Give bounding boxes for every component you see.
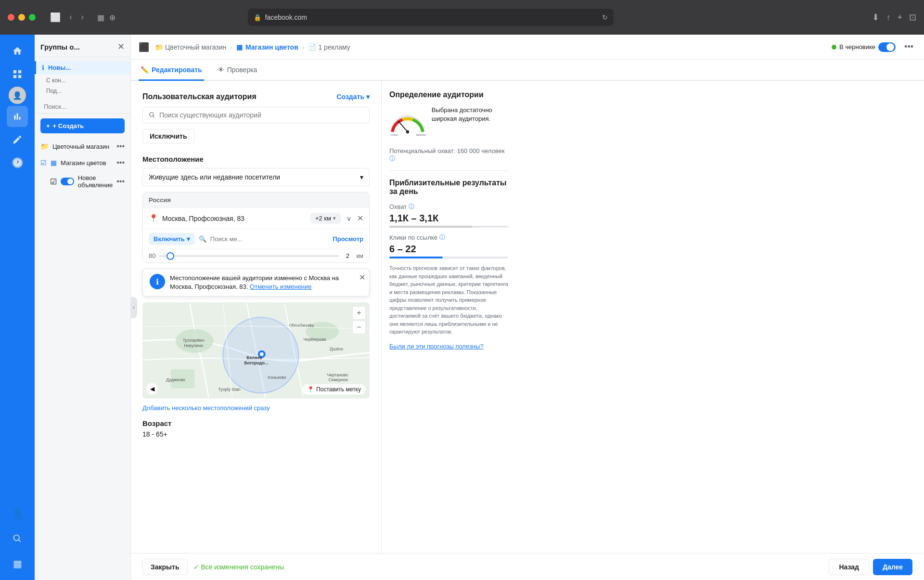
sidebar-toggle-icon[interactable]: ⬜	[47, 10, 64, 25]
edit-tab-label: Редактировать	[152, 66, 202, 74]
location-remove-icon[interactable]: ✕	[357, 214, 363, 223]
sidebar-title: Группы о...	[40, 43, 80, 51]
edit-tab-icon: ✏️	[141, 66, 149, 74]
slider-track	[159, 255, 339, 257]
ad-group-icon: ▦	[51, 159, 57, 167]
breadcrumb-folder-name: Цветочный магазин	[165, 43, 226, 51]
divider	[389, 170, 508, 171]
add-multiple-locations-link[interactable]: Добавить несколько местоположений сразу	[142, 404, 370, 412]
breadcrumb-ad: 📄 1 рекламу	[308, 43, 350, 51]
sidebar-edit-icon[interactable]	[7, 129, 28, 150]
breadcrumb-ad-icon: 📄	[308, 43, 316, 51]
exclude-button[interactable]: Исключить	[142, 129, 194, 143]
sidebar-clock-icon[interactable]: 🕐	[7, 152, 28, 173]
extensions-icon[interactable]: ⊡	[909, 12, 916, 23]
close-panel-button[interactable]: ✕	[117, 41, 125, 52]
map-nav-button[interactable]: ◀	[146, 383, 158, 395]
minimize-window-button[interactable]	[18, 14, 25, 21]
breadcrumb-campaign[interactable]: ▦ Магазин цветов	[236, 43, 298, 51]
breadcrumb: 📁 Цветочный магазин › ▦ Магазин цветов ›…	[155, 43, 350, 51]
ad-toggle[interactable]	[61, 178, 74, 185]
sidebar-home-icon[interactable]	[7, 40, 28, 62]
sidebar-grid-icon[interactable]	[7, 64, 28, 85]
svg-text:Дуджково: Дуджково	[166, 377, 185, 382]
feedback-link[interactable]: Были ли эти прогнозы полезны?	[389, 343, 484, 350]
location-row: 📍 Москва, Профсоюзная, 83 +2 км ▾ ∨ ✕	[143, 207, 369, 229]
reach-metric-label: Охват ⓘ	[389, 203, 508, 211]
include-button[interactable]: Включить ▾	[149, 233, 195, 245]
topbar-more-button[interactable]: •••	[901, 39, 916, 55]
share-icon[interactable]: ↑	[886, 13, 890, 23]
sidebar-search-icon[interactable]	[7, 528, 28, 549]
russia-section: Россия 📍 Москва, Профсоюзная, 83 +2 км ▾…	[142, 192, 370, 263]
location-expand-icon[interactable]: ∨	[346, 215, 351, 222]
slider-thumb[interactable]	[167, 252, 174, 260]
location-type-select[interactable]: Живущие здесь или недавние посетители ▾	[142, 168, 370, 186]
close-form-button[interactable]: Закрыть	[142, 559, 188, 575]
clicks-metric-info-icon[interactable]: ⓘ	[439, 233, 445, 242]
new-ad-more[interactable]: •••	[116, 177, 125, 186]
maximize-window-button[interactable]	[29, 14, 36, 21]
refresh-icon[interactable]: ↻	[602, 13, 608, 21]
more-icon[interactable]: •••	[116, 142, 125, 151]
radius-badge[interactable]: +2 км ▾	[310, 213, 341, 224]
search-input[interactable]	[44, 103, 125, 110]
browse-button[interactable]: Просмотр	[333, 235, 363, 243]
reach-metric-info-icon[interactable]: ⓘ	[409, 203, 414, 211]
download-icon[interactable]: ⬇	[872, 12, 879, 23]
sidebar-grid2-icon[interactable]: ▦	[7, 553, 28, 574]
sidebar-stats-icon[interactable]	[7, 106, 28, 127]
bottom-right-buttons: Назад Далее	[829, 559, 912, 575]
reach-info-icon[interactable]: ⓘ	[389, 155, 395, 162]
review-tab-label: Проверка	[227, 66, 257, 74]
ad-group-more[interactable]: •••	[116, 158, 125, 167]
audience-search-input[interactable]	[159, 111, 363, 119]
back-nav-icon[interactable]: ‹	[66, 10, 75, 25]
svg-text:Tyoply Stan: Tyoply Stan	[218, 387, 240, 392]
map-zoom-out-button[interactable]: −	[352, 321, 366, 334]
next-button[interactable]: Далее	[873, 559, 912, 575]
marker-icon: 📍	[307, 386, 314, 393]
address-bar[interactable]: 🔒 facebook.com ↻	[248, 9, 614, 26]
notification-text: Местоположение вашей аудитории изменено …	[170, 274, 362, 291]
checkbox-icon[interactable]: ☑	[40, 159, 47, 167]
campaign-nav: ℹ Новы... С кон... Под...	[35, 57, 130, 100]
reach-label: Потенциальный охват: 160 000 человек ⓘ	[389, 147, 508, 163]
campaign-header: Группы о... ✕	[35, 35, 130, 57]
new-ad-checkbox[interactable]: ☑	[50, 177, 57, 186]
forward-nav-icon[interactable]: ›	[78, 10, 87, 25]
slider-unit: км	[356, 252, 363, 259]
chevron-down-icon: ▾	[366, 93, 370, 101]
notification-bubble: ℹ Местоположение вашей аудитории изменен…	[142, 269, 370, 296]
tab-edit[interactable]: ✏️ Редактировать	[139, 60, 204, 81]
ad-group-row: ☑ ▦ Магазин цветов •••	[35, 155, 130, 171]
new-tab-icon[interactable]: +	[897, 13, 902, 23]
radius-slider-row: 80 2 км	[143, 249, 369, 262]
tab-bar: ✏️ Редактировать 👁 Проверка	[131, 60, 924, 81]
back-button[interactable]: Назад	[829, 559, 869, 575]
create-audience-button[interactable]: Создать ▾	[336, 93, 370, 101]
clicks-metric-bar	[389, 257, 508, 258]
sidebar-person-icon[interactable]: 👤	[7, 503, 28, 524]
set-marker-button[interactable]: 📍 Поставить метку	[302, 384, 366, 395]
traffic-lights	[8, 14, 36, 21]
russia-header: Россия	[143, 193, 369, 207]
create-button[interactable]: + + Создать	[40, 118, 125, 133]
disclaimer-text: Точность прогнозов зависит от таких факт…	[389, 264, 508, 336]
reach-metric-bar	[389, 226, 508, 228]
campaign-flower-shop[interactable]: 📁 Цветочный магазин •••	[35, 138, 130, 155]
notification-close-button[interactable]: ✕	[359, 273, 365, 282]
draft-toggle[interactable]	[878, 42, 896, 52]
audience-description: Выбрана достаточно широкая аудитория.	[432, 106, 508, 123]
location-search-input[interactable]	[210, 235, 325, 243]
plus-icon: +	[46, 122, 50, 129]
search-icon	[40, 103, 41, 110]
map-zoom-in-button[interactable]: +	[352, 306, 366, 320]
results-title: Приблизительные результаты за день	[389, 179, 508, 196]
close-window-button[interactable]	[8, 14, 14, 21]
collapse-panel-button[interactable]: ‹	[130, 297, 137, 318]
undo-change-link[interactable]: Отменить изменение	[250, 283, 311, 290]
ad-group-name: Магазин цветов	[61, 159, 113, 167]
user-avatar[interactable]: 👤	[9, 87, 26, 104]
tab-review[interactable]: 👁 Проверка	[216, 60, 259, 81]
